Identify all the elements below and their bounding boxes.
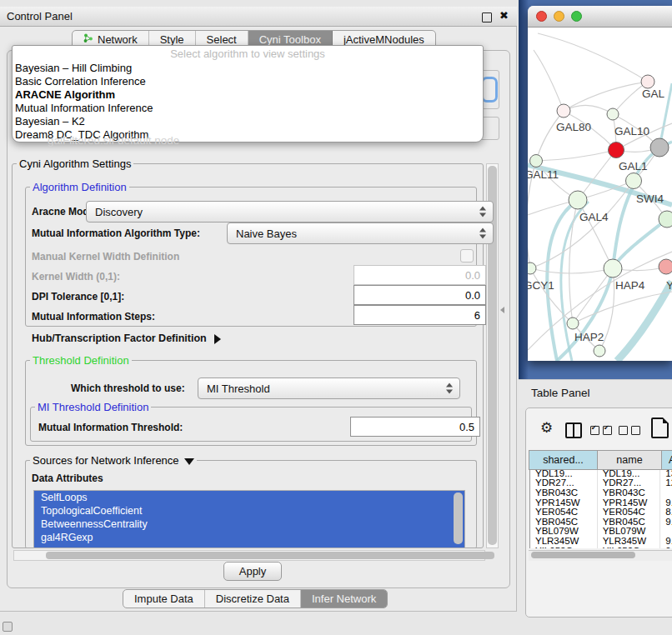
network-node[interactable]	[659, 259, 672, 274]
algorithm-option[interactable]: Basic Correlation Inference	[13, 75, 483, 88]
attribute-item[interactable]: TopologicalCoefficient	[34, 504, 464, 518]
node-label: Y	[666, 279, 672, 292]
tab-impute-data[interactable]: Impute Data	[123, 590, 205, 608]
settings-hscroll-thumb[interactable]	[46, 552, 494, 559]
kernel-width-field[interactable]: 0.0	[354, 265, 486, 285]
network-node[interactable]	[626, 173, 642, 189]
table-cell: YER054C	[530, 507, 598, 517]
column-header-cut[interactable]: A	[661, 450, 672, 470]
tab-discretize-data[interactable]: Discretize Data	[205, 590, 301, 608]
which-threshold-select[interactable]: MI Threshold	[198, 378, 460, 399]
table-hscroll-thumb[interactable]	[531, 552, 635, 558]
aracne-mode-select[interactable]: Discovery	[86, 201, 494, 222]
network-node[interactable]	[607, 108, 619, 120]
collapsed-panel-icon[interactable]	[3, 622, 13, 632]
splitter-handle[interactable]	[500, 307, 504, 313]
dpi-tolerance-field[interactable]: 0.0	[354, 285, 486, 305]
close-icon[interactable]: ✖	[499, 9, 509, 22]
network-node[interactable]	[569, 191, 587, 209]
tab-label: jActiveMNodules	[344, 33, 424, 46]
attribute-item[interactable]: BetweennessCentrality	[34, 518, 464, 531]
bottom-tab-bar: Impute DataDiscretize DataInfer Network	[123, 589, 388, 608]
algorithm-option[interactable]: Bayesian – Hill Climbing	[13, 62, 483, 75]
network-node[interactable]	[604, 259, 622, 278]
table-cell: YBR045C	[530, 517, 598, 527]
network-node[interactable]	[557, 104, 570, 118]
select-all-icon[interactable]	[590, 426, 612, 435]
table-row[interactable]: YBR045CYBR045C9.	[530, 517, 672, 527]
sources-group-title[interactable]: Sources for Network Inference	[30, 454, 197, 467]
mi-threshold-field[interactable]: 0.5	[350, 417, 480, 437]
algorithm-dropdown[interactable]: Select algorithm to view settings Bayesi…	[12, 45, 484, 142]
table-row[interactable]: YIL052CYIL052C9.	[530, 546, 672, 548]
node-label: GAL	[642, 88, 665, 100]
document-icon[interactable]	[651, 418, 669, 438]
node-label: GAL1	[619, 160, 648, 172]
table-cell: 9.	[660, 517, 672, 527]
algorithm-option[interactable]: Bayesian – K2	[13, 115, 483, 128]
tab-label: Cyni Toolbox	[259, 33, 321, 46]
network-node[interactable]	[641, 75, 654, 88]
settings-group-title: Cyni Algorithm Settings	[17, 158, 133, 170]
data-attributes-label: Data Attributes	[32, 472, 103, 484]
algorithm-option[interactable]: Dream8 DC_TDC Algorithm	[13, 128, 483, 142]
deselect-all-icon[interactable]	[619, 426, 640, 435]
algorithm-option[interactable]: Mutual Information Inference	[13, 102, 483, 115]
network-canvas[interactable]: GALGAL80GAL10GAL1GAL11SWI4GAL4GCY1HAP4YH…	[528, 28, 672, 361]
tab-label: Impute Data	[134, 592, 193, 605]
attribute-item[interactable]: gal4RGexp	[34, 531, 464, 544]
network-node[interactable]	[609, 142, 624, 158]
mi-algorithm-type-select[interactable]: Naive Bayes	[227, 222, 494, 244]
table-row[interactable]: YER054CYER054C8.	[530, 507, 672, 517]
network-edge	[614, 219, 667, 267]
table-cell: YPR145W	[598, 498, 661, 508]
attributes-list-scrollbar[interactable]	[454, 492, 463, 544]
close-traffic-light-icon[interactable]	[536, 11, 547, 22]
network-edge	[569, 200, 578, 323]
aracne-mode-value: Discovery	[95, 206, 143, 218]
which-threshold-label: Which threshold to use:	[71, 382, 185, 394]
minimize-traffic-light-icon[interactable]	[554, 11, 564, 22]
column-header-shared-name[interactable]: shared...	[529, 450, 598, 470]
table-header-row: shared... name A	[529, 450, 672, 470]
table-cell: YBR043C	[598, 488, 661, 498]
table-row[interactable]: YBL079WYBL079W	[530, 527, 672, 537]
network-edge	[538, 33, 648, 82]
network-window-titlebar[interactable]	[528, 6, 672, 28]
table-row[interactable]: YDR27...YDR27...12	[530, 478, 672, 488]
table-row[interactable]: YBR043CYBR043C	[530, 488, 672, 498]
kernel-width-label: Kernel Width (0,1):	[32, 271, 120, 282]
network-node[interactable]	[530, 155, 543, 168]
table-row[interactable]: YLR345WYLR345W9.	[530, 536, 672, 546]
hub-definition-toggle[interactable]: Hub/Transcription Factor Definition	[32, 332, 221, 344]
algorithm-option[interactable]: ARACNE Algorithm	[13, 88, 483, 102]
column-header-name[interactable]: name	[597, 450, 662, 470]
stepper-icon	[479, 228, 487, 239]
node-label: HAP4	[615, 279, 645, 292]
threshold-definition-title: Threshold Definition	[30, 354, 132, 367]
network-node[interactable]	[659, 211, 672, 228]
manual-kernel-checkbox[interactable]	[460, 249, 474, 262]
attribute-item[interactable]: SelfLoops	[34, 491, 464, 504]
zoom-traffic-light-icon[interactable]	[571, 11, 582, 22]
float-panel-icon[interactable]	[482, 12, 492, 22]
data-attributes-list[interactable]: SelfLoopsTopologicalCoefficientBetweenne…	[33, 490, 465, 548]
columns-icon[interactable]	[565, 422, 582, 438]
table-row[interactable]: YPR145WYPR145W9.	[530, 498, 672, 508]
apply-button[interactable]: Apply	[223, 562, 282, 581]
network-node[interactable]	[567, 318, 579, 329]
network-node[interactable]	[650, 138, 669, 157]
node-label: GCY1	[528, 279, 554, 292]
table-cell	[660, 527, 672, 537]
network-edge	[536, 111, 564, 161]
tab-infer-network[interactable]: Infer Network	[301, 590, 387, 608]
dropdown-placeholder: Select algorithm to view settings	[13, 46, 483, 62]
network-node[interactable]	[594, 345, 605, 357]
network-node[interactable]	[528, 262, 536, 274]
unchecked-box-icon	[631, 426, 640, 435]
gear-icon[interactable]: ⚙	[540, 419, 553, 436]
tab-label: Network	[98, 33, 138, 46]
table-cell: YBR043C	[530, 488, 598, 498]
mi-steps-field[interactable]: 6	[354, 305, 486, 325]
mi-type-label: Mutual Information Algorithm Type:	[32, 228, 200, 239]
